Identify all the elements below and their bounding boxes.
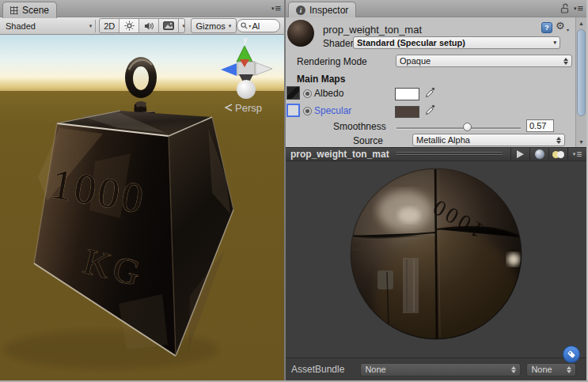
smoothness-label: Smoothness <box>333 121 386 132</box>
chevron-down-icon: ▾ <box>550 40 556 46</box>
draw-mode-dropdown[interactable]: Shaded ▾ <box>2 20 96 32</box>
inspector-scrollbar[interactable]: ▲ ▼ <box>575 17 586 147</box>
help-icon[interactable]: ? <box>541 22 552 33</box>
smoothness-value-field[interactable]: 0.57 <box>526 119 554 132</box>
assetbundle-label: AssetBundle <box>291 364 344 375</box>
source-value: Metallic Alpha <box>416 135 470 145</box>
scene-lighting-toggle-button[interactable] <box>119 19 139 32</box>
toggle-2d-label: 2D <box>104 21 115 31</box>
scroll-up-arrow-icon[interactable]: ▲ <box>576 18 586 28</box>
scene-panel: Scene ▾ ≡ Shaded ▾ 2D <box>0 0 286 380</box>
tab-inspector[interactable]: i Inspector <box>288 2 356 18</box>
preview-title: prop_weight_ton_mat <box>290 149 389 160</box>
shader-dropdown[interactable]: Standard (Specular setup) ▾ <box>353 36 560 49</box>
albedo-color-swatch[interactable] <box>395 88 419 100</box>
preview-shape-button[interactable] <box>529 148 548 161</box>
specular-object-picker-icon[interactable] <box>303 107 312 115</box>
scrollbar-thumb[interactable] <box>577 29 586 116</box>
scene-grid-icon <box>10 6 18 14</box>
specular-texture-slot[interactable] <box>286 104 300 117</box>
smoothness-value: 0.57 <box>529 121 546 130</box>
assetbundle-variant-value: None <box>531 365 552 374</box>
assetbundle-tag-button[interactable] <box>563 346 580 363</box>
inspector-tabbar: i Inspector ▾ ≡ <box>286 0 586 17</box>
inspector-panel: i Inspector ▾ ≡ prop_weight_ton_mat ? ⚙ … <box>286 0 586 380</box>
specular-eyedropper-icon[interactable] <box>425 104 436 115</box>
sphere-icon <box>535 149 544 159</box>
material-preview-area[interactable]: 1000 <box>286 161 586 357</box>
shader-value: Standard (Specular setup) <box>357 38 465 47</box>
scene-search-input[interactable]: ▾ Al <box>237 19 280 32</box>
scene-tabbar: Scene ▾ ≡ <box>0 0 284 17</box>
gizmos-label: Gizmos <box>196 21 226 31</box>
chevron-down-icon: ▾ <box>574 6 577 11</box>
scroll-down-arrow-icon[interactable]: ▼ <box>576 137 586 146</box>
assetbundle-dropdown[interactable]: None <box>360 363 521 376</box>
tab-scene[interactable]: Scene <box>2 2 57 18</box>
drag-handle[interactable] <box>396 152 503 157</box>
albedo-eyedropper-icon[interactable] <box>425 87 436 98</box>
material-preview-thumbnail[interactable] <box>287 20 314 47</box>
gizmo-free-rotate-ball[interactable] <box>237 80 256 99</box>
image-icon <box>163 21 174 30</box>
search-icon <box>241 22 248 29</box>
scene-audio-toggle-button[interactable] <box>139 19 159 32</box>
search-text: Al <box>252 21 260 31</box>
persp-label: Persp <box>235 102 262 114</box>
assetbundle-row: AssetBundle None None <box>286 357 586 380</box>
tag-icon <box>566 349 577 360</box>
tab-scene-label: Scene <box>22 5 49 16</box>
albedo-texture-thumbnail[interactable] <box>286 86 300 100</box>
preview-sphere-render: 1000 <box>286 161 585 357</box>
rendering-mode-dropdown[interactable]: Opaque <box>396 55 572 67</box>
updown-arrows-icon <box>508 366 516 373</box>
tab-inspector-label: Inspector <box>309 5 348 16</box>
sun-icon <box>124 21 135 31</box>
scene-viewport[interactable]: 1000 KG y Persp <box>0 35 284 380</box>
gear-icon[interactable]: ⚙ <box>556 21 565 31</box>
chevron-down-icon: ▾ <box>229 23 232 29</box>
lock-open-icon[interactable] <box>560 3 569 13</box>
preview-lighting-button[interactable] <box>548 148 567 161</box>
scene-view-toggles: 2D <box>99 18 184 33</box>
chevron-down-icon: ▾ <box>182 23 184 29</box>
gizmos-dropdown[interactable]: Gizmos ▾ <box>191 18 237 33</box>
hamburger-icon: ≡ <box>577 3 583 13</box>
source-dropdown[interactable]: Metallic Alpha <box>412 134 565 146</box>
info-icon: i <box>296 6 305 15</box>
chevron-down-icon: ▾ <box>271 6 275 11</box>
smoothness-slider-track[interactable] <box>396 127 521 130</box>
hamburger-icon: ≡ <box>275 3 281 13</box>
material-preview-header[interactable]: prop_weight_ton_mat ▾ ≡ <box>286 147 586 161</box>
chevron-down-icon: ▾ <box>248 23 251 28</box>
preview-menu-icon[interactable]: ▾ ≡ <box>567 148 586 161</box>
scene-effects-toggle-button[interactable] <box>159 19 179 32</box>
smoothness-slider-knob[interactable] <box>463 123 472 131</box>
main-maps-heading: Main Maps <box>297 74 345 85</box>
scene-panel-menu-icon[interactable]: ▾ ≡ <box>271 3 281 13</box>
hamburger-icon: ≡ <box>576 149 582 160</box>
weight-ring-hole <box>133 66 149 90</box>
gizmo-y-axis-label: y <box>243 36 248 44</box>
draw-mode-label: Shaded <box>6 21 36 31</box>
chevron-down-icon: ▾ <box>89 23 93 29</box>
specular-color-swatch[interactable] <box>395 106 419 118</box>
material-inspector: prop_weight_ton_mat ? ⚙ ▾ Shader Standar… <box>286 17 586 147</box>
speaker-icon <box>144 21 154 31</box>
updown-arrows-icon <box>563 366 571 373</box>
updown-arrows-icon <box>560 58 568 65</box>
scene-toolbar: Shaded ▾ 2D <box>0 17 284 35</box>
light-white-icon <box>557 151 564 158</box>
shader-label: Shader <box>323 38 354 49</box>
preview-play-button[interactable] <box>510 148 529 161</box>
assetbundle-variant-dropdown[interactable]: None <box>526 363 576 376</box>
toggle-2d-button[interactable]: 2D <box>100 19 119 32</box>
source-label: Source <box>353 135 383 146</box>
effects-dropdown-arrow[interactable]: ▾ <box>179 19 184 32</box>
assetbundle-value: None <box>365 365 385 374</box>
play-icon <box>517 150 524 158</box>
albedo-object-picker-icon[interactable] <box>303 89 312 98</box>
inspector-panel-menu-icon[interactable]: ▾ ≡ <box>574 3 583 13</box>
albedo-label: Albedo <box>314 88 343 99</box>
rendering-mode-value: Opaque <box>400 56 431 66</box>
